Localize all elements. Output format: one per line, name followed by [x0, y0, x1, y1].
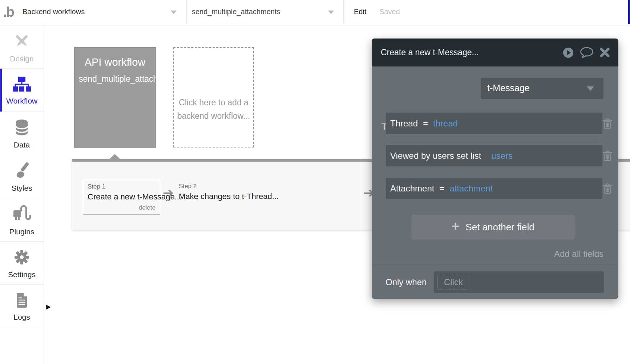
sidebar-gutter — [44, 25, 54, 364]
edit-mode-tab[interactable]: Edit — [354, 8, 366, 16]
topbar-divider — [343, 0, 344, 25]
step-title: Make changes to t-Thread... — [179, 192, 279, 201]
type-dropdown-value: t-Message — [487, 83, 530, 93]
field-operator: = — [439, 183, 444, 194]
sidebar-item-workflow[interactable]: Workflow — [0, 69, 44, 112]
sidebar-item-styles[interactable]: Styles — [0, 155, 44, 198]
sidebar-item-label: Design — [10, 54, 33, 63]
field-assignment-row[interactable]: Attachment = attachment — [386, 178, 602, 199]
sidebar-item-label: Logs — [13, 313, 30, 321]
step-1-card[interactable]: Step 1 Create a new t-Message... delete — [83, 180, 160, 215]
plus-icon: + — [452, 219, 459, 234]
topbar-divider — [186, 0, 187, 25]
paintbrush-icon — [13, 162, 30, 181]
step-number-label: Step 1 — [88, 183, 156, 190]
field-name: Viewed by users set list — [390, 151, 481, 161]
field-expression[interactable]: users — [491, 151, 513, 161]
chevron-down-icon[interactable] — [171, 11, 177, 14]
trash-icon[interactable] — [602, 150, 613, 162]
only-when-label: Only when — [385, 277, 427, 287]
field-assignment-row[interactable]: Viewed by users set list users — [386, 145, 602, 166]
workflow-sitemap-icon — [12, 77, 31, 93]
api-workflow-name: send_multiple_attachm — [74, 74, 156, 84]
workflow-name-dropdown[interactable]: send_multiple_attachments — [192, 8, 280, 16]
set-another-field-label: Set another field — [465, 222, 534, 233]
add-all-fields-link[interactable]: Add all fields — [554, 249, 603, 259]
comment-bubble-icon[interactable] — [580, 47, 594, 58]
design-tools-icon — [13, 32, 31, 51]
field-expression[interactable]: thread — [433, 118, 458, 129]
sidebar-item-logs[interactable]: Logs — [0, 285, 44, 328]
gear-icon — [13, 249, 30, 267]
bubble-logo: .b — [3, 4, 14, 20]
sidebar-item-settings[interactable]: Settings — [0, 242, 44, 285]
sidebar-item-design[interactable]: Design — [0, 25, 44, 69]
trash-icon[interactable] — [602, 183, 613, 194]
sidebar-item-label: Plugins — [9, 227, 35, 236]
step-2-card[interactable]: Step 2 Make changes to t-Thread... — [179, 183, 279, 201]
step-arrow-icon: ➔ — [163, 185, 174, 201]
document-icon — [15, 293, 28, 310]
close-icon[interactable] — [600, 48, 610, 57]
modal-divider — [372, 264, 618, 264]
top-bar: .b Backend workflows send_multiple_attac… — [0, 0, 630, 25]
database-icon — [14, 119, 29, 137]
field-name: Thread — [390, 118, 418, 129]
modal-title: Create a new t-Message... — [381, 48, 557, 57]
only-when-condition-input[interactable]: Click — [434, 271, 604, 293]
sidebar-item-label: Settings — [8, 270, 36, 279]
action-property-editor: Create a new t-Message... Type t-Message… — [372, 39, 618, 299]
chevron-down-icon[interactable] — [328, 11, 334, 14]
sidebar-item-label: Styles — [11, 184, 32, 193]
run-play-icon[interactable] — [563, 47, 574, 58]
sidebar-item-label: Workflow — [6, 97, 37, 105]
modal-header[interactable]: Create a new t-Message... — [372, 39, 618, 66]
trash-icon[interactable] — [602, 118, 613, 129]
field-name: Attachment — [390, 183, 434, 194]
api-workflow-title: API workflow — [74, 56, 156, 68]
field-assignment-row[interactable]: Thread = thread — [386, 113, 602, 134]
app-section-dropdown[interactable]: Backend workflows — [23, 8, 85, 16]
set-another-field-button[interactable]: + Set another field — [412, 215, 574, 239]
sidebar-item-plugins[interactable]: Plugins — [0, 198, 44, 242]
add-backend-workflow-label: Click here to add a backend workflow... — [175, 96, 252, 123]
chevron-down-icon — [587, 86, 594, 91]
api-workflow-card[interactable]: API workflow send_multiple_attachm — [74, 47, 156, 148]
step-delete-link[interactable]: delete — [88, 204, 156, 211]
add-backend-workflow-card[interactable]: Click here to add a backend workflow... — [173, 47, 254, 147]
sidebar-item-label: Data — [14, 141, 30, 149]
sidebar-item-data[interactable]: Data — [0, 112, 44, 155]
panel-pointer-triangle — [109, 154, 120, 159]
right-edge-accent — [628, 0, 630, 24]
sidebar-expand-icon[interactable]: ▶ — [46, 303, 51, 311]
click-placeholder-chip[interactable]: Click — [437, 275, 469, 290]
step-number-label: Step 2 — [179, 183, 279, 190]
plug-icon — [12, 205, 32, 224]
step-title: Create a new t-Message... — [88, 192, 156, 202]
saved-status-label: Saved — [379, 8, 400, 16]
type-dropdown[interactable]: t-Message — [481, 78, 603, 99]
field-operator: = — [423, 118, 428, 129]
field-expression[interactable]: attachment — [449, 183, 493, 194]
sidebar: Design Workflow Data — [0, 25, 44, 364]
